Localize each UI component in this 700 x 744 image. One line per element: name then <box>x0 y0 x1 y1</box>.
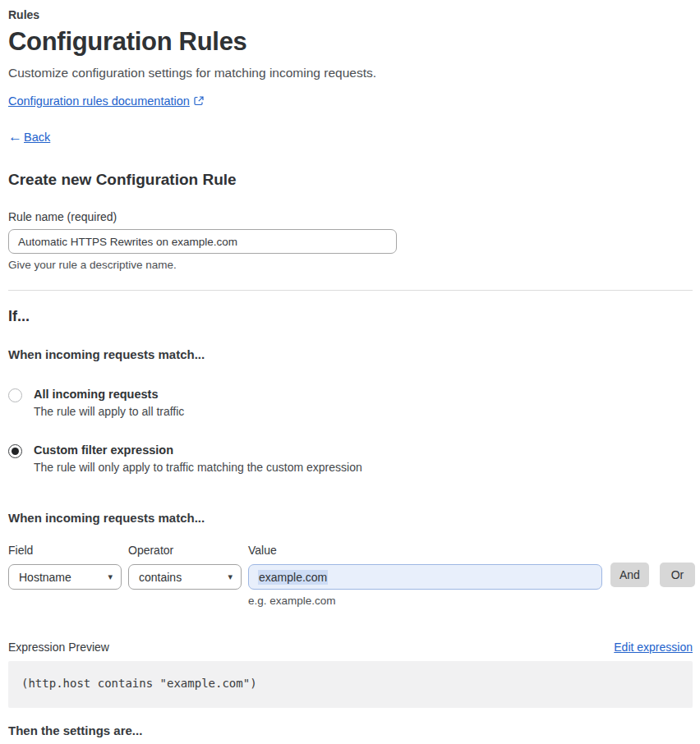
operator-column-label: Operator <box>128 544 242 557</box>
radio-option-description: The rule will only apply to traffic matc… <box>34 461 362 474</box>
rule-name-help: Give your rule a descriptive name. <box>8 259 693 271</box>
external-link-icon <box>194 94 204 109</box>
back-link[interactable]: Back <box>24 131 50 144</box>
value-help-text: e.g. example.com <box>248 595 602 607</box>
page-subtitle: Customize configuration settings for mat… <box>8 66 693 80</box>
radio-button[interactable] <box>8 444 22 458</box>
expression-preview-label: Expression Preview <box>8 641 109 654</box>
or-button[interactable]: Or <box>660 563 695 587</box>
incoming-match-label: When incoming requests match... <box>8 347 693 361</box>
radio-option-custom-filter[interactable]: Custom filter expression The rule will o… <box>8 443 693 474</box>
then-settings-label: Then the settings are... <box>8 723 693 737</box>
expression-preview-code: (http.host contains "example.com") <box>8 661 693 708</box>
chevron-down-icon: ▾ <box>228 572 233 582</box>
rule-name-label: Rule name (required) <box>8 210 693 223</box>
back-link-row[interactable]: ← Back <box>8 129 693 145</box>
field-column-label: Field <box>8 544 122 557</box>
section-divider <box>8 290 693 291</box>
page-title: Configuration Rules <box>8 27 693 57</box>
and-button[interactable]: And <box>610 563 649 587</box>
if-heading: If... <box>8 308 693 325</box>
radio-option-description: The rule will apply to all traffic <box>34 405 184 418</box>
value-input-text: example.com <box>258 570 328 585</box>
value-column-label: Value <box>248 544 602 557</box>
operator-select-value: contains <box>139 571 182 584</box>
field-select-value: Hostname <box>19 571 71 584</box>
edit-expression-link[interactable]: Edit expression <box>614 641 693 654</box>
documentation-link[interactable]: Configuration rules documentation <box>8 94 190 108</box>
chevron-down-icon: ▾ <box>108 572 113 582</box>
radio-option-label: All incoming requests <box>34 388 184 401</box>
value-input[interactable]: example.com <box>248 564 602 590</box>
back-arrow-icon: ← <box>8 129 22 145</box>
radio-option-label: Custom filter expression <box>34 443 362 457</box>
operator-select[interactable]: contains ▾ <box>128 564 242 590</box>
rule-name-value: Automatic HTTPS Rewrites on example.com <box>18 236 237 248</box>
breadcrumb: Rules <box>8 7 693 21</box>
field-select[interactable]: Hostname ▾ <box>8 564 122 590</box>
expression-builder-label: When incoming requests match... <box>8 511 693 525</box>
rule-name-input[interactable]: Automatic HTTPS Rewrites on example.com <box>8 229 397 254</box>
radio-button[interactable] <box>8 388 22 402</box>
create-rule-heading: Create new Configuration Rule <box>8 171 693 189</box>
radio-option-all-requests[interactable]: All incoming requests The rule will appl… <box>8 388 693 418</box>
